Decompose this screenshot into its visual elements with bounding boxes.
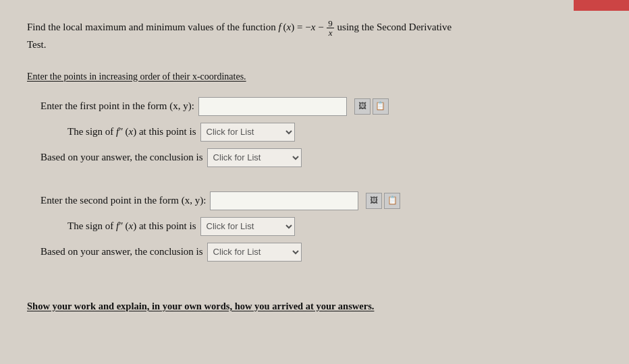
- point1-conclusion-row: Based on your answer, the conclusion is …: [40, 148, 602, 167]
- point1-sign-row: The sign of f″ (x) at this point is Clic…: [40, 123, 602, 142]
- point2-form-row: Enter the second point in the form (x, y…: [40, 191, 602, 210]
- problem-statement: Find the local maximum and minimum value…: [27, 19, 602, 53]
- point1-conclusion-label: Based on your answer, the conclusion is: [40, 152, 203, 163]
- problem-text-line3: Test.: [27, 39, 47, 50]
- point2-conclusion-dropdown[interactable]: Click for List Local Maximum Local Minim…: [207, 243, 302, 262]
- sub-instruction: Enter the points in increasing order of …: [27, 71, 602, 82]
- point1-block: Enter the first point in the form (x, y)…: [27, 97, 602, 167]
- point2-block: Enter the second point in the form (x, y…: [27, 191, 602, 262]
- point1-form-label: Enter the first point in the form (x, y)…: [40, 100, 194, 112]
- show-work-instruction: Show your work and explain, in your own …: [27, 301, 602, 312]
- point2-ref-icon[interactable]: 📋: [384, 193, 400, 209]
- point1-img-icon[interactable]: 🖼: [354, 98, 371, 115]
- point2-img-icon[interactable]: 🖼: [366, 193, 382, 209]
- point1-form-row: Enter the first point in the form (x, y)…: [40, 97, 602, 116]
- problem-text-line1: Find the local maximum and minimum value…: [27, 22, 278, 32]
- point2-conclusion-label: Based on your answer, the conclusion is: [40, 246, 203, 257]
- point2-form-label: Enter the second point in the form (x, y…: [40, 195, 206, 206]
- point2-input[interactable]: [210, 191, 358, 210]
- point2-sign-label: The sign of f″ (x) at this point is: [67, 220, 196, 232]
- point1-sign-label: The sign of f″ (x) at this point is: [67, 126, 196, 138]
- point1-sign-dropdown[interactable]: Click for List Positive Negative Zero: [200, 123, 295, 142]
- function-math: f (x) = −x − 9x: [278, 22, 337, 32]
- point1-ref-icon[interactable]: 📋: [373, 98, 389, 115]
- point1-conclusion-dropdown[interactable]: Click for List Local Maximum Local Minim…: [207, 148, 302, 167]
- problem-text-line2: using the Second Derivative: [337, 22, 452, 32]
- point1-input[interactable]: [198, 97, 347, 116]
- point2-sign-dropdown[interactable]: Click for List Positive Negative Zero: [200, 217, 295, 236]
- point2-sign-row: The sign of f″ (x) at this point is Clic…: [40, 217, 602, 236]
- point2-conclusion-row: Based on your answer, the conclusion is …: [40, 243, 602, 262]
